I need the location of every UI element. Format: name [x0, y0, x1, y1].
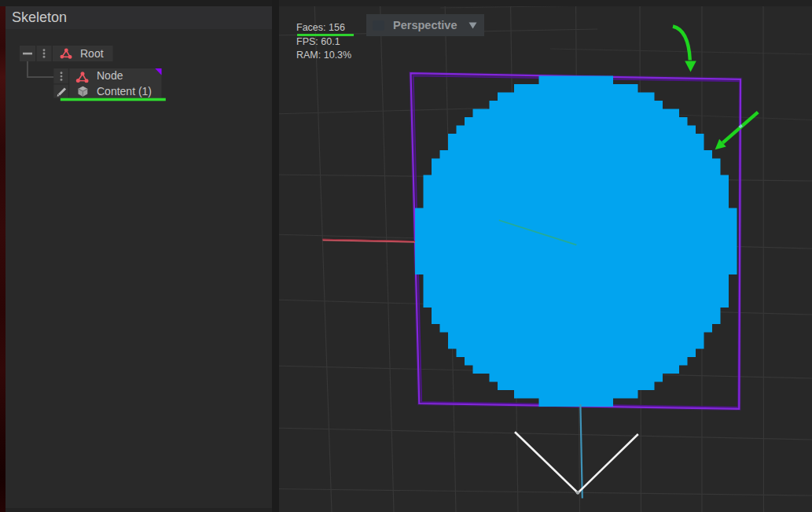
svg-text:Node: Node [97, 69, 123, 82]
svg-text:Root: Root [80, 47, 104, 60]
svg-text:Content (1): Content (1) [97, 85, 152, 98]
